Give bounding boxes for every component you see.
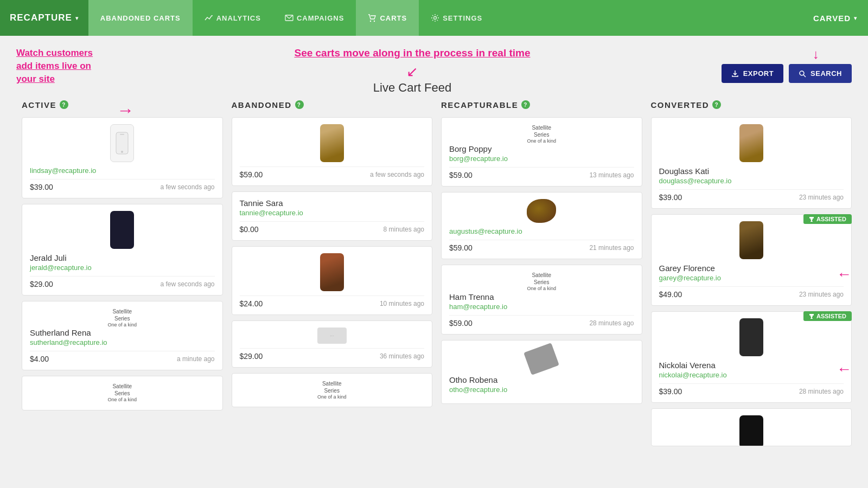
search-icon bbox=[799, 70, 806, 78]
card-email: garey@recapture.io bbox=[659, 274, 844, 282]
card-converted-1: Douglass Kati douglass@recapture.io $39.… bbox=[651, 117, 852, 209]
navbar: RECAPTURE ▾ ABANDONED CARTS ANALYTICS CA… bbox=[0, 0, 868, 36]
card-email: lindsay@recapture.io bbox=[30, 166, 215, 175]
assisted-badge-1: ASSISTED bbox=[803, 214, 852, 224]
card-footer: $59.00 a few seconds ago bbox=[240, 166, 425, 179]
carts-icon bbox=[368, 14, 376, 22]
export-button[interactable]: EXPORT bbox=[722, 64, 783, 83]
right-arrow-left-2: ← bbox=[837, 361, 852, 378]
card-name: Nickolai Verena bbox=[659, 361, 844, 370]
card-time: 21 minutes ago bbox=[589, 244, 634, 252]
card-email: tannie@recapture.io bbox=[240, 209, 425, 217]
store-selector[interactable]: CARVED ▾ bbox=[802, 0, 868, 36]
product-text-img: SatelliteSeriesOne of a kind bbox=[449, 124, 634, 145]
product-dark3 bbox=[739, 415, 763, 446]
analytics-icon bbox=[205, 14, 213, 22]
col-active-label: ACTIVE bbox=[22, 100, 56, 110]
card-recapturable-2: augustus@recapture.io $59.00 21 minutes … bbox=[441, 192, 642, 259]
card-active-3: SatelliteSeriesOne of a kind Sutherland … bbox=[22, 301, 223, 371]
nav-campaigns[interactable]: CAMPAIGNS bbox=[273, 0, 356, 36]
column-converted: CONVERTED ? Douglass Kati douglass@recap… bbox=[651, 100, 852, 452]
trophy-icon bbox=[809, 216, 814, 222]
svg-line-5 bbox=[803, 75, 806, 77]
card-name: Otho Robena bbox=[449, 375, 634, 384]
product-image bbox=[110, 124, 134, 162]
card-footer: $29.00 a few seconds ago bbox=[30, 276, 215, 288]
card-converted-4 bbox=[651, 408, 852, 446]
svg-point-3 bbox=[434, 17, 437, 20]
card-time: 28 minutes ago bbox=[799, 388, 844, 395]
active-help-icon[interactable]: ? bbox=[60, 100, 68, 109]
col-converted-label: CONVERTED bbox=[651, 100, 710, 110]
store-name: CARVED bbox=[813, 14, 851, 23]
card-email: sutherland@recapture.io bbox=[30, 338, 215, 346]
card-name: Borg Poppy bbox=[449, 144, 634, 153]
product-placeholder: ··· bbox=[317, 328, 347, 344]
svg-point-8 bbox=[121, 151, 123, 153]
product-image-dark bbox=[110, 211, 134, 249]
svg-point-1 bbox=[370, 21, 371, 22]
card-converted-3: ASSISTED Nickolai Verena nickolai@recapt… bbox=[651, 311, 852, 403]
card-name: Tannie Sara bbox=[240, 198, 425, 208]
annotation-center: See carts move along in the process in r… bbox=[125, 47, 700, 60]
card-footer: $39.00 23 minutes ago bbox=[659, 189, 844, 202]
card-time: a few seconds ago bbox=[160, 280, 214, 288]
nav-carts-label: CARTS bbox=[380, 14, 407, 22]
card-footer: $29.00 36 minutes ago bbox=[240, 348, 425, 361]
card-email: nickolai@recapture.io bbox=[659, 371, 844, 379]
nav-analytics[interactable]: ANALYTICS bbox=[193, 0, 273, 36]
card-footer: $59.00 21 minutes ago bbox=[449, 240, 634, 252]
card-time: 10 minutes ago bbox=[380, 300, 424, 307]
abandoned-help-icon[interactable]: ? bbox=[295, 100, 304, 109]
card-price: $59.00 bbox=[449, 171, 473, 179]
card-name: Jerald Juli bbox=[30, 253, 215, 262]
card-time: a minute ago bbox=[177, 355, 214, 363]
product-wood2-img bbox=[320, 253, 344, 291]
card-footer: $4.00 a minute ago bbox=[30, 351, 215, 363]
card-time: 23 minutes ago bbox=[799, 291, 844, 298]
card-time: 28 minutes ago bbox=[589, 319, 634, 327]
card-price: $4.00 bbox=[30, 355, 49, 363]
card-active-4: SatelliteSeriesOne of a kind bbox=[22, 376, 223, 410]
svg-point-2 bbox=[374, 21, 375, 22]
card-footer: $59.00 13 minutes ago bbox=[449, 167, 634, 179]
card-price: $39.00 bbox=[659, 387, 682, 396]
card-price: $0.00 bbox=[240, 225, 259, 234]
card-price: $59.00 bbox=[449, 319, 473, 328]
card-active-1: lindsay@recapture.io $39.00 a few second… bbox=[22, 117, 223, 198]
nav-settings[interactable]: SETTINGS bbox=[419, 0, 494, 36]
card-time: 36 minutes ago bbox=[380, 352, 424, 360]
product-wood-dark bbox=[739, 124, 763, 162]
right-arrow-down: ↓ bbox=[813, 47, 819, 62]
svg-rect-10 bbox=[810, 221, 813, 222]
card-recapturable-1: SatelliteSeriesOne of a kind Borg Poppy … bbox=[441, 117, 642, 187]
card-footer: $0.00 8 minutes ago bbox=[240, 221, 425, 234]
product-text-img: SatelliteSeriesOne of a kind bbox=[240, 380, 425, 401]
nav-abandoned-carts-label: ABANDONED CARTS bbox=[100, 14, 181, 22]
brand-logo[interactable]: RECAPTURE ▾ bbox=[0, 0, 88, 36]
svg-rect-9 bbox=[811, 220, 812, 221]
search-button[interactable]: SEARCH bbox=[789, 64, 852, 83]
card-price: $59.00 bbox=[449, 243, 473, 252]
card-abandoned-1: $59.00 a few seconds ago bbox=[232, 117, 433, 186]
right-arrow-left-1: ← bbox=[837, 266, 852, 283]
card-email: jerald@recapture.io bbox=[30, 264, 215, 272]
phone-svg bbox=[115, 131, 129, 155]
nav-abandoned-carts[interactable]: ABANDONED CARTS bbox=[88, 0, 193, 36]
nav-carts[interactable]: CARTS bbox=[356, 0, 419, 36]
card-footer: $49.00 23 minutes ago bbox=[659, 286, 844, 299]
trophy-icon bbox=[809, 313, 814, 319]
card-time: 8 minutes ago bbox=[384, 226, 424, 233]
col-header-abandoned: ABANDONED ? bbox=[232, 100, 433, 110]
card-email: ham@recapture.io bbox=[449, 303, 634, 311]
card-name: Douglass Kati bbox=[659, 166, 844, 176]
column-active: ACTIVE ? lindsay@recapture.io $39.00 a f… bbox=[16, 100, 223, 452]
product-text-img: SatelliteSeriesOne of a kind bbox=[449, 272, 634, 292]
campaigns-icon bbox=[285, 14, 293, 22]
card-price: $39.00 bbox=[659, 193, 682, 202]
converted-help-icon[interactable]: ? bbox=[712, 100, 721, 109]
card-time: a few seconds ago bbox=[370, 171, 424, 178]
col-recapturable-label: RECAPTURABLE bbox=[441, 100, 518, 110]
recapturable-help-icon[interactable]: ? bbox=[521, 100, 530, 109]
card-recapturable-3: SatelliteSeriesOne of a kind Ham Trenna … bbox=[441, 265, 642, 335]
